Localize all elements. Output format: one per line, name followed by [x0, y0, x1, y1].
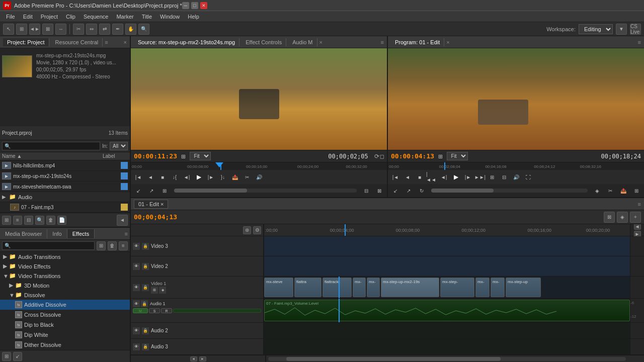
src-overwrite-btn[interactable]: ⊠: [374, 185, 385, 196]
tl-scroll-btn-left[interactable]: ◄: [190, 356, 197, 361]
zoom-tool[interactable]: 🔍: [138, 24, 149, 35]
tree-video-transitions[interactable]: ▼ 📁 Video Transitions: [0, 271, 130, 281]
tree-3d-motion[interactable]: ▶ 📁 3D Motion: [0, 281, 130, 290]
rate-tool[interactable]: ↔: [55, 24, 66, 35]
effects-delete[interactable]: 🗑: [108, 241, 117, 250]
program-menu[interactable]: ≡: [638, 39, 641, 45]
v1-keyframe-btn[interactable]: ◈: [159, 287, 166, 294]
clip-mxstepup[interactable]: mx-step-up-mx2-19s: [381, 278, 439, 297]
in-select[interactable]: All: [110, 142, 128, 150]
panel-flyout-button[interactable]: ◄: [117, 215, 128, 226]
prog-audio[interactable]: 🔊: [511, 171, 522, 183]
source-settings-btn[interactable]: ⊞: [181, 152, 185, 160]
clip-mx3[interactable]: mx-: [475, 278, 490, 297]
source-tab[interactable]: Source: mx-step-up-mx2-19sto24s.mpg: [134, 38, 239, 46]
trim-btn[interactable]: ✂: [242, 171, 253, 183]
menu-clip[interactable]: Clip: [62, 13, 79, 21]
menu-window[interactable]: Window: [156, 13, 184, 21]
audio1-m-btn[interactable]: M: [133, 308, 148, 313]
tab-info[interactable]: Info: [47, 229, 67, 238]
video1-content[interactable]: mx-steve flattra flattrack- mx-: [264, 277, 630, 298]
prog-ctrl1[interactable]: ↙: [390, 185, 401, 196]
mark-out-btn[interactable]: }↓: [217, 171, 228, 183]
video1-eye[interactable]: 👁: [133, 284, 140, 291]
icon-view-button[interactable]: ⊟: [24, 216, 33, 225]
play-reverse-btn[interactable]: ◄: [145, 171, 156, 183]
tab-effects[interactable]: Effects: [67, 229, 95, 238]
delete-button[interactable]: 🗑: [46, 216, 55, 225]
src-ctrl1[interactable]: ↙: [133, 185, 144, 196]
clip-flattra[interactable]: flattra: [294, 278, 321, 297]
video1-lock[interactable]: 🔒: [142, 284, 149, 291]
play-btn[interactable]: ▶: [193, 171, 204, 183]
audio1-s-btn[interactable]: S: [149, 308, 160, 313]
clip-mxsteve[interactable]: mx-steve: [264, 278, 293, 297]
audio1-r-btn[interactable]: R: [161, 308, 172, 313]
prog-marker-btn[interactable]: ◈: [592, 185, 603, 196]
effects-new-custom-bin[interactable]: ⊞: [97, 241, 106, 250]
prog-lift[interactable]: ⊞: [487, 171, 498, 183]
panel-menu-icon[interactable]: ≡: [105, 39, 108, 45]
jkl-shuttle[interactable]: [174, 189, 357, 193]
project-search-input[interactable]: [2, 142, 100, 150]
prog-next[interactable]: |►: [462, 171, 473, 183]
video3-lock[interactable]: 🔒: [142, 243, 149, 250]
video2-eye[interactable]: 👁: [133, 263, 140, 270]
video3-eye[interactable]: 👁: [133, 243, 140, 250]
tab-media-browser[interactable]: Media Browser: [0, 229, 47, 238]
menu-title[interactable]: Title: [138, 13, 156, 21]
hand-tool[interactable]: ✋: [125, 24, 136, 35]
v1-sync-btn[interactable]: ⊞: [151, 287, 158, 294]
tree-video-effects[interactable]: ▶ 📁 Video Effects: [0, 261, 130, 271]
prog-ctrl2[interactable]: ↗: [403, 185, 414, 196]
tl-go-in-btn[interactable]: ⊛: [243, 226, 251, 234]
prog-step-back[interactable]: |◄: [390, 171, 401, 183]
slip-tool[interactable]: ⇔: [86, 24, 97, 35]
tree-dip-to-white[interactable]: fx Dip White: [0, 330, 130, 340]
program-fit-select[interactable]: Fit: [447, 152, 468, 160]
audio1-eye[interactable]: 👁: [133, 300, 140, 307]
resource-central-tab[interactable]: Resource Central: [51, 38, 103, 46]
menu-marker[interactable]: Marker: [112, 13, 137, 21]
source-close[interactable]: ×: [319, 39, 323, 45]
tree-cross-dissolve[interactable]: fx Cross Dissolve: [0, 310, 130, 320]
program-close[interactable]: ×: [446, 39, 449, 45]
new-item-button[interactable]: 📄: [57, 216, 66, 225]
list-view-button[interactable]: ≡: [13, 216, 22, 225]
pen-tool[interactable]: ✒: [112, 24, 123, 35]
mark-in-btn[interactable]: ↓{: [169, 171, 180, 183]
src-ctrl3[interactable]: ⊞: [159, 185, 170, 196]
prog-shuttle[interactable]: [431, 189, 588, 193]
select-tool[interactable]: ↖: [3, 24, 14, 35]
timeline-menu[interactable]: ≡: [638, 201, 641, 207]
menu-file[interactable]: File: [2, 13, 19, 21]
prog-extract[interactable]: ⊟: [499, 171, 510, 183]
stop-btn[interactable]: ■: [157, 171, 168, 183]
effects-menu[interactable]: ≡: [123, 231, 130, 237]
minimize-button[interactable]: ─: [182, 2, 189, 9]
tl-snap-btn[interactable]: ⊠: [604, 212, 615, 223]
tl-scroll-track[interactable]: [268, 357, 626, 361]
tree-additive-dissolve[interactable]: fx Additive Dissolve: [0, 300, 130, 310]
prev-frame-btn[interactable]: ◄|: [181, 171, 192, 183]
prog-in[interactable]: |◄◄: [426, 171, 437, 183]
effect-controls-tab[interactable]: Effect Controls: [242, 38, 286, 46]
effects-list-view[interactable]: ≡: [119, 241, 128, 250]
clip-mx2[interactable]: mx-: [367, 278, 380, 297]
video2-lock[interactable]: 🔒: [142, 263, 149, 270]
prog-export-btn[interactable]: 📤: [618, 185, 629, 196]
roll-tool[interactable]: ⊠: [42, 24, 53, 35]
prog-ctrl3[interactable]: ↻: [416, 185, 427, 196]
clip-mxstepup2[interactable]: mx-step-up: [506, 278, 541, 297]
safe-margins-icon[interactable]: □: [380, 153, 384, 160]
tree-audio-transitions[interactable]: ▶ 📁 Audio Transitions: [0, 252, 130, 261]
close-button[interactable]: ✕: [200, 2, 207, 9]
tl-add-track-btn[interactable]: +: [630, 212, 641, 223]
asset-row-hills[interactable]: ▶ hills-hillclimbs.mp4: [0, 160, 130, 171]
effects-search-input[interactable]: [2, 241, 95, 250]
menu-project[interactable]: Project: [37, 13, 62, 21]
razor-tool[interactable]: ✂: [73, 24, 84, 35]
prog-stop[interactable]: ■: [414, 171, 425, 183]
clip-mxstep1[interactable]: mx-step-: [440, 278, 474, 297]
loop-icon[interactable]: ⟳: [374, 153, 379, 160]
